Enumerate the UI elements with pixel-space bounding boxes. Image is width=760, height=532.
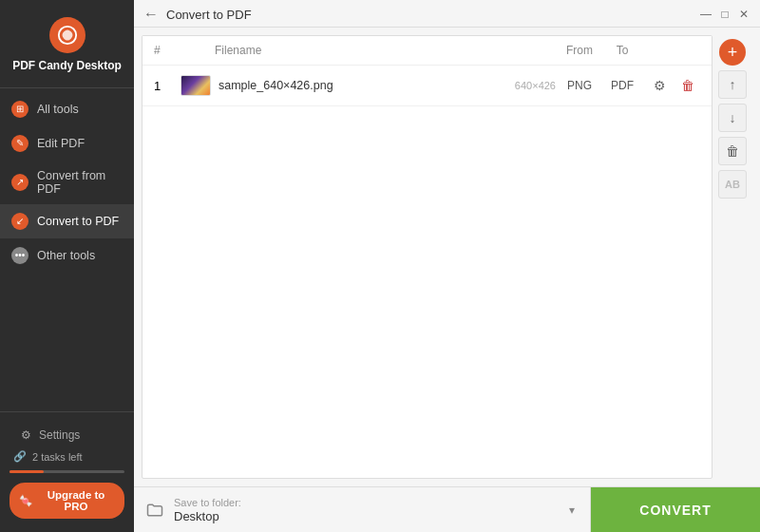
sidebar-item-label: Edit PDF <box>37 137 85 150</box>
sidebar-header: PDF Candy Desktop <box>0 0 134 88</box>
convert-button[interactable]: CONVERT <box>591 487 760 532</box>
page-title: Convert to PDF <box>166 8 692 22</box>
col-to-header: To <box>603 44 641 57</box>
table-header: # Filename From To <box>142 36 712 66</box>
file-list-area: # Filename From To 1 sample_640×426.png … <box>142 35 712 479</box>
ocr-button[interactable]: AB <box>718 170 747 199</box>
upgrade-label: Upgrade to PRO <box>37 489 115 512</box>
settings-icon: ⚙ <box>21 428 31 442</box>
move-up-button[interactable]: ↑ <box>718 70 747 99</box>
logo-icon <box>57 25 78 46</box>
col-from-header: From <box>556 44 603 57</box>
col-filename-header: Filename <box>215 44 480 57</box>
sidebar: PDF Candy Desktop ⊞ All tools ✎ Edit PDF… <box>0 0 134 532</box>
convert-to-pdf-icon: ↙ <box>11 213 28 230</box>
save-to-label: Save to folder: <box>174 497 241 508</box>
title-bar: ← Convert to PDF — □ ✕ <box>134 0 760 28</box>
app-title: PDF Candy Desktop <box>12 59 122 74</box>
window-controls: — □ ✕ <box>699 8 750 21</box>
maximize-button[interactable]: □ <box>718 8 732 21</box>
right-action-buttons: + ↑ ↓ 🗑 AB <box>712 35 752 479</box>
folder-dropdown-button[interactable]: ▾ <box>565 500 579 521</box>
sidebar-item-edit-pdf[interactable]: ✎ Edit PDF <box>0 126 134 161</box>
main-content: ← Convert to PDF — □ ✕ # Filename From <box>134 0 760 532</box>
file-area-wrapper: # Filename From To 1 sample_640×426.png … <box>142 35 752 479</box>
convert-from-pdf-icon: ↗ <box>11 174 28 191</box>
tasks-icon: 🔗 <box>13 450 27 463</box>
sidebar-item-label: Convert from PDF <box>37 169 123 196</box>
folder-icon <box>145 501 164 520</box>
arrow-down-icon: ↓ <box>730 110 736 125</box>
folder-name: Desktop <box>174 509 241 523</box>
add-icon: + <box>728 43 738 63</box>
upgrade-button[interactable]: 🍬 Upgrade to PRO <box>10 483 124 519</box>
file-to-format: PDF <box>603 79 641 92</box>
file-name: sample_640×426.png <box>211 79 480 92</box>
folder-info: Save to folder: Desktop <box>174 497 241 523</box>
app-logo <box>49 17 86 53</box>
back-button[interactable]: ← <box>143 6 159 23</box>
tasks-left-label: 2 tasks left <box>32 451 83 463</box>
ab-icon: AB <box>725 179 740 190</box>
sidebar-footer: ⚙ Settings 🔗 2 tasks left 🍬 Upgrade to P… <box>0 411 134 532</box>
settings-item[interactable]: ⚙ Settings <box>10 422 124 448</box>
file-row-actions: ⚙ 🗑 <box>641 73 700 98</box>
tasks-progress-fill <box>10 470 44 473</box>
tasks-left: 🔗 2 tasks left <box>10 448 124 465</box>
sidebar-item-convert-from-pdf[interactable]: ↗ Convert from PDF <box>0 161 134 204</box>
sidebar-item-all-tools[interactable]: ⊞ All tools <box>0 92 134 126</box>
sidebar-nav: ⊞ All tools ✎ Edit PDF ↗ Convert from PD… <box>0 88 134 411</box>
file-settings-button[interactable]: ⚙ <box>647 73 672 98</box>
sidebar-item-other-tools[interactable]: ••• Other tools <box>0 238 134 273</box>
close-button[interactable]: ✕ <box>737 8 750 21</box>
file-thumbnail <box>180 75 211 96</box>
tasks-progress-bar <box>10 470 124 473</box>
trash-icon: 🗑 <box>726 143 739 159</box>
sidebar-item-convert-to-pdf[interactable]: ↙ Convert to PDF <box>0 204 134 238</box>
table-row: 1 sample_640×426.png 640×426 PNG PDF ⚙ 🗑 <box>142 66 712 106</box>
file-dimensions: 640×426 <box>480 80 556 91</box>
bottom-bar: Save to folder: Desktop ▾ CONVERT <box>134 486 760 532</box>
other-tools-icon: ••• <box>11 247 28 264</box>
sidebar-item-label: Convert to PDF <box>37 215 119 228</box>
move-down-button[interactable]: ↓ <box>718 104 747 132</box>
row-number: 1 <box>154 79 180 93</box>
arrow-up-icon: ↑ <box>730 77 736 92</box>
back-arrow-icon: ← <box>143 6 159 23</box>
file-delete-button[interactable]: 🗑 <box>675 73 700 98</box>
folder-section: Save to folder: Desktop ▾ <box>134 487 591 532</box>
sidebar-item-label: Other tools <box>37 249 95 262</box>
settings-label: Settings <box>39 428 80 442</box>
convert-label: CONVERT <box>639 503 711 518</box>
all-tools-icon: ⊞ <box>11 101 28 118</box>
add-file-button[interactable]: + <box>719 39 746 66</box>
minimize-button[interactable]: — <box>699 8 712 21</box>
delete-all-button[interactable]: 🗑 <box>718 137 747 165</box>
file-from-format: PNG <box>556 79 603 92</box>
sidebar-item-label: All tools <box>37 103 79 116</box>
upgrade-icon: 🍬 <box>19 494 32 507</box>
edit-pdf-icon: ✎ <box>11 135 28 152</box>
col-num-header: # <box>154 44 180 57</box>
